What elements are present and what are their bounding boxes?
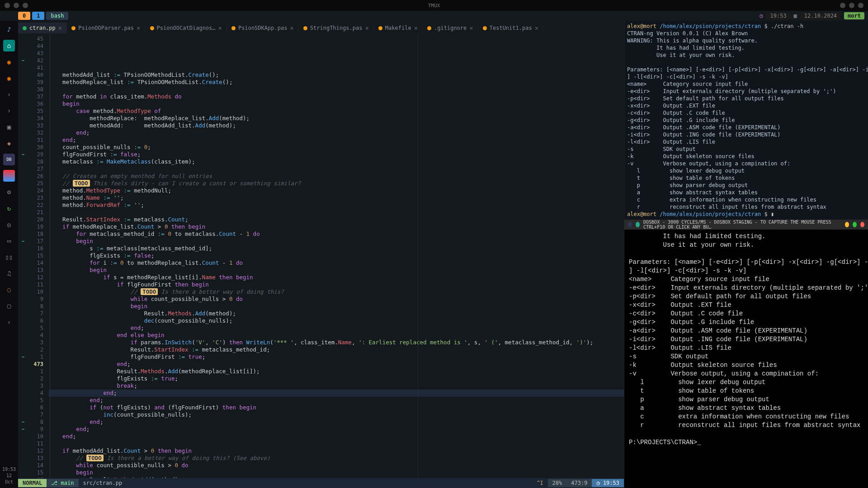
code-line[interactable]: end; (49, 426, 624, 433)
code-line[interactable]: Result.Methods.Add(method); (49, 476, 624, 478)
close-icon[interactable] (5, 3, 10, 8)
code-line[interactable]: for metaclass_method_id := 0 to metaclas… (49, 230, 624, 238)
aux-icon[interactable] (849, 3, 854, 8)
audio-icon[interactable]: ♪ (3, 23, 15, 35)
settings-icon[interactable]: ⚙ (3, 186, 15, 198)
app-icon[interactable]: ◆ (3, 137, 15, 149)
dosbox-content[interactable]: It has had limited testing. Use it at yo… (624, 230, 868, 450)
minimize-icon[interactable] (845, 222, 849, 227)
code-line[interactable] (49, 440, 624, 447)
code-line[interactable]: end; (49, 324, 624, 332)
firefox-icon[interactable]: ◉ (3, 56, 15, 68)
code-line[interactable] (49, 209, 624, 216)
code-line[interactable]: while count_possible_nulls > 0 do (49, 462, 624, 469)
code-line[interactable]: break; (49, 382, 624, 389)
code-line[interactable]: begin (49, 238, 624, 245)
dosbox-titlebar[interactable]: DOSBOX - 3000 CYCLES/MS - DOSBOX STAGING… (624, 220, 868, 230)
code-line[interactable]: methodAdd_list := TPsionOOMethodList.Cre… (49, 71, 624, 79)
maximize-icon[interactable] (23, 3, 28, 8)
terminal-icon[interactable]: ▣ (3, 121, 15, 133)
tmux-window-1[interactable]: 1 (32, 12, 44, 20)
code-line[interactable]: method.MethodType := methodNull; (49, 187, 624, 194)
chevron-icon[interactable]: › (3, 316, 15, 328)
code-line[interactable]: flgExists := true; (49, 375, 624, 382)
code-line[interactable]: methodReplace_list := TPsionOOMethodList… (49, 79, 624, 86)
code-line[interactable]: // TODO Is there a better way of doing t… (49, 455, 624, 462)
code-line[interactable]: if flgFoundFirst then begin (49, 281, 624, 288)
pause-icon[interactable]: ▯▯ (3, 251, 15, 263)
dosbox-window[interactable]: DOSBOX - 3000 CYCLES/MS - DOSBOX STAGING… (624, 220, 868, 488)
code-line[interactable]: flgFoundFirst := true; (49, 353, 624, 361)
editor-tab[interactable]: .gitignore× (423, 23, 478, 33)
notes-icon[interactable]: ▭ (3, 235, 15, 247)
code-line[interactable]: if methodReplace_list.Count > 0 then beg… (49, 223, 624, 230)
code-line[interactable]: if s = methodReplace_list[i].Name then b… (49, 274, 624, 281)
code-line[interactable]: method.Name := ''; (49, 194, 624, 202)
lightbulb-icon[interactable]: ◌ (3, 284, 15, 296)
terminal-icon[interactable]: › (3, 105, 15, 117)
editor-tab[interactable]: PsionOOCatDiagnos…× (146, 23, 227, 33)
code-line[interactable]: for method in class_item.Methods do (49, 93, 624, 100)
code-line[interactable]: s := metaclass[metaclass_method_id]; (49, 245, 624, 252)
code-line[interactable]: while count_possible_nulls > 0 do (49, 296, 624, 303)
tab-close-icon[interactable]: × (290, 24, 293, 32)
tab-close-icon[interactable]: × (137, 24, 140, 32)
code-line[interactable] (49, 165, 624, 173)
tmux-window-0[interactable]: 0 (18, 12, 30, 20)
code-line[interactable]: dec(count_possible_nulls); (49, 317, 624, 324)
app-icon[interactable]: ◎ (3, 219, 15, 230)
volume-icon[interactable]: ♫ (3, 267, 15, 279)
code-line[interactable]: flgFoundFirst := false; (49, 151, 624, 158)
editor-tab[interactable]: TestUnit1.pas× (478, 23, 543, 33)
app-icon[interactable]: ⌂ (3, 40, 15, 52)
tab-close-icon[interactable]: × (469, 24, 473, 32)
code-line[interactable]: end; (49, 129, 624, 136)
tmux-window-name[interactable]: bash (46, 12, 68, 20)
code-line[interactable]: begin (49, 100, 624, 108)
code-line[interactable]: begin (49, 469, 624, 476)
code-line[interactable]: end; (49, 433, 624, 440)
editor-tab[interactable]: PsionOOParser.pas× (67, 23, 145, 33)
code-line[interactable]: end; (49, 418, 624, 426)
code-line[interactable]: end else begin (49, 332, 624, 339)
code-line[interactable]: Result.StartIndex := metaclass.Count; (49, 216, 624, 223)
aux-icon[interactable] (858, 3, 863, 8)
editor-tab[interactable]: ctran.pp× (18, 23, 67, 33)
code-line[interactable]: if methodAdd_list.Count > 0 then begin (49, 447, 624, 455)
code-line[interactable]: inc(count_possible_nulls); (49, 411, 624, 418)
code-line[interactable]: methodReplace: methodReplace_list.Add(me… (49, 115, 624, 122)
code-line[interactable]: // TODO This feels dirty - can I create … (49, 180, 624, 187)
code-line[interactable]: metaclass := MakeMetaclass(class_item); (49, 158, 624, 165)
terminal-icon[interactable]: › (3, 89, 15, 100)
editor-body[interactable]: ~~~~~~ 454443424140393837363534333231302… (18, 33, 624, 478)
maximize-icon[interactable] (853, 222, 857, 227)
code-line[interactable]: end; (49, 397, 624, 404)
dosbox-icon[interactable]: DB (3, 154, 15, 165)
code-line[interactable]: end; (49, 389, 624, 397)
monitor-icon[interactable]: ▢ (3, 300, 15, 312)
tab-close-icon[interactable]: × (58, 24, 62, 32)
tab-close-icon[interactable]: × (218, 24, 222, 32)
code-line[interactable]: case method.MethodType of (49, 108, 624, 115)
code-line[interactable]: count_possible_nulls := 0; (49, 144, 624, 151)
editor-tab[interactable]: StringThings.pas× (299, 23, 374, 33)
close-icon[interactable] (860, 222, 864, 227)
code-line[interactable]: if (not flgExists) and (flgFoundFirst) t… (49, 404, 624, 411)
code-line[interactable]: Result.Methods.Add(methodReplace_list[i]… (49, 368, 624, 375)
code-line[interactable]: Result.Methods.Add(method); (49, 310, 624, 317)
code-line[interactable]: Result.StartIndex := metaclass_method_id… (49, 346, 624, 353)
tab-close-icon[interactable]: × (414, 24, 418, 32)
code-area[interactable]: methodAdd_list := TPsionOOMethodList.Cre… (47, 33, 624, 478)
code-line[interactable]: // Creates an empty menthod for null ent… (49, 173, 624, 180)
minimize-icon[interactable] (14, 3, 19, 8)
code-line[interactable]: method.ForwardRef := ''; (49, 202, 624, 209)
sync-icon[interactable]: ↻ (3, 202, 15, 214)
code-line[interactable]: end; (49, 361, 624, 368)
editor-tab[interactable]: Makefile× (374, 23, 423, 33)
code-line[interactable]: flgExists := false; (49, 252, 624, 259)
code-line[interactable]: begin (49, 303, 624, 310)
aux-icon[interactable] (840, 3, 845, 8)
code-line[interactable]: end; (49, 136, 624, 144)
code-line[interactable]: for i := 0 to methodReplace_list.Count -… (49, 259, 624, 267)
code-line[interactable]: methodAdd: methodAdd_list.Add(method); (49, 122, 624, 129)
